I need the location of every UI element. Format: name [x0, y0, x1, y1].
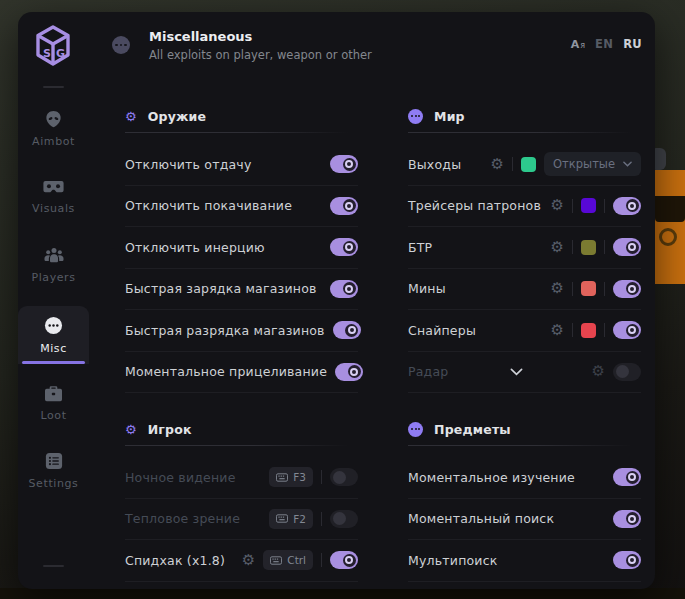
toggle[interactable] [330, 155, 358, 173]
sidebar-item-misc[interactable]: Misc [18, 306, 89, 364]
gear-icon[interactable]: ⚙ [551, 198, 564, 213]
gear-icon[interactable]: ⚙ [551, 240, 564, 255]
hotkey-badge[interactable]: F2 [269, 509, 313, 529]
toggle[interactable] [330, 510, 358, 528]
section-divider [125, 445, 358, 446]
row-night-vision: Ночное видение F3 [125, 457, 358, 499]
sidebar-item-loot[interactable]: Loot [18, 374, 89, 432]
sidebar-item-label: Players [31, 271, 75, 284]
toggle[interactable] [613, 551, 641, 569]
lang-en[interactable]: EN [595, 37, 613, 51]
toggle[interactable] [330, 551, 358, 569]
sidebar-item-settings[interactable]: Settings [18, 442, 89, 500]
sg-logo: S G [34, 24, 72, 68]
ellipsis-icon [408, 422, 423, 437]
list-icon [45, 452, 63, 470]
sidebar-item-players[interactable]: Players [18, 236, 89, 294]
sidebar-item-label: Settings [29, 477, 79, 490]
color-swatch[interactable] [521, 157, 536, 172]
gear-icon: ⚙ [125, 110, 137, 123]
sidebar-item-label: Misc [40, 342, 67, 355]
divider [572, 282, 573, 296]
row-thermal-vision: Тепловое зрение F2 [125, 499, 358, 541]
gear-icon: ⚙ [125, 423, 137, 436]
divider [572, 240, 573, 254]
row-exits: Выходы ⚙ Открытые [408, 144, 641, 186]
section-title: Оружие [148, 109, 207, 124]
section-title: Игрок [148, 422, 192, 437]
divider [321, 470, 322, 484]
color-swatch[interactable] [581, 281, 596, 296]
color-swatch[interactable] [581, 198, 596, 213]
divider [512, 157, 513, 171]
background-bottom-strip [0, 588, 685, 599]
toggle[interactable] [613, 280, 641, 298]
toggle[interactable] [613, 363, 641, 381]
chevron-down-icon[interactable] [510, 368, 523, 376]
divider [604, 282, 605, 296]
toggle[interactable] [613, 197, 641, 215]
row-btr: БТР ⚙ [408, 227, 641, 269]
row-fast-unload: Быстрая разрядка магазинов [125, 310, 358, 352]
sidebar-item-label: Aimbot [32, 135, 75, 148]
vr-goggles-icon [43, 180, 64, 195]
cheat-window: S G Miscellaneous All exploits on player… [18, 12, 655, 589]
section-divider [408, 445, 641, 446]
alien-icon [44, 110, 63, 128]
color-swatch[interactable] [581, 323, 596, 338]
keyboard-icon [276, 473, 288, 482]
sidebar-item-aimbot[interactable]: Aimbot [18, 100, 89, 158]
toggle[interactable] [613, 238, 641, 256]
gear-icon[interactable]: ⚙ [551, 281, 564, 296]
gear-icon[interactable]: ⚙ [551, 323, 564, 338]
section-avatar-ellipsis-icon [112, 36, 130, 54]
section-title: Предметы [434, 422, 511, 437]
row-snipers: Снайперы ⚙ [408, 310, 641, 352]
sidebar-top-divider [43, 86, 64, 88]
hotkey-badge[interactable]: Ctrl [263, 550, 313, 570]
section-world: Мир Выходы ⚙ Открытые Трейсеры патронов … [408, 102, 641, 393]
divider [604, 199, 605, 213]
row-instant-examine: Моментальное изучение [408, 457, 641, 499]
gear-icon[interactable]: ⚙ [242, 553, 255, 568]
svg-text:S: S [43, 47, 51, 60]
row-multi-search: Мультипоиск [408, 540, 641, 582]
lang-ru[interactable]: RU [623, 37, 642, 51]
ellipsis-icon [44, 316, 63, 335]
toggle[interactable] [330, 197, 358, 215]
divider [572, 199, 573, 213]
gear-icon[interactable]: ⚙ [491, 157, 504, 172]
toggle[interactable] [330, 468, 358, 486]
toggle[interactable] [613, 468, 641, 486]
toggle[interactable] [330, 280, 358, 298]
toggle[interactable] [335, 363, 363, 381]
toggle[interactable] [330, 238, 358, 256]
page-subtitle: All exploits on player, weapon or other [149, 48, 372, 62]
ellipsis-icon [408, 109, 423, 124]
gear-icon[interactable]: ⚙ [592, 364, 605, 379]
divider [321, 553, 322, 567]
section-items: Предметы Моментальное изучение Моменталь… [408, 415, 641, 582]
exits-dropdown[interactable]: Открытые [544, 152, 641, 176]
toggle[interactable] [613, 510, 641, 528]
page-title: Miscellaneous [149, 29, 252, 44]
row-bullet-tracers: Трейсеры патронов ⚙ [408, 186, 641, 228]
translate-icon: Aя [571, 39, 585, 50]
divider [604, 240, 605, 254]
row-fast-reload: Быстрая зарядка магазинов [125, 269, 358, 311]
toggle[interactable] [613, 321, 641, 339]
section-title: Мир [434, 109, 465, 124]
billboard-fragment [655, 170, 685, 284]
row-instant-aim: Моментальное прицеливание [125, 352, 358, 394]
toggle[interactable] [333, 321, 361, 339]
color-swatch[interactable] [581, 240, 596, 255]
svg-text:G: G [56, 47, 65, 60]
keyboard-icon [276, 514, 288, 523]
section-divider [125, 132, 358, 133]
row-instant-search: Моментальный поиск [408, 499, 641, 541]
row-disable-sway: Отключить покачивание [125, 186, 358, 228]
row-radar: Радар ⚙ [408, 352, 641, 394]
hotkey-badge[interactable]: F3 [269, 467, 313, 487]
row-disable-inertia: Отключить инерцию [125, 227, 358, 269]
sidebar-item-visuals[interactable]: Visuals [18, 168, 89, 226]
